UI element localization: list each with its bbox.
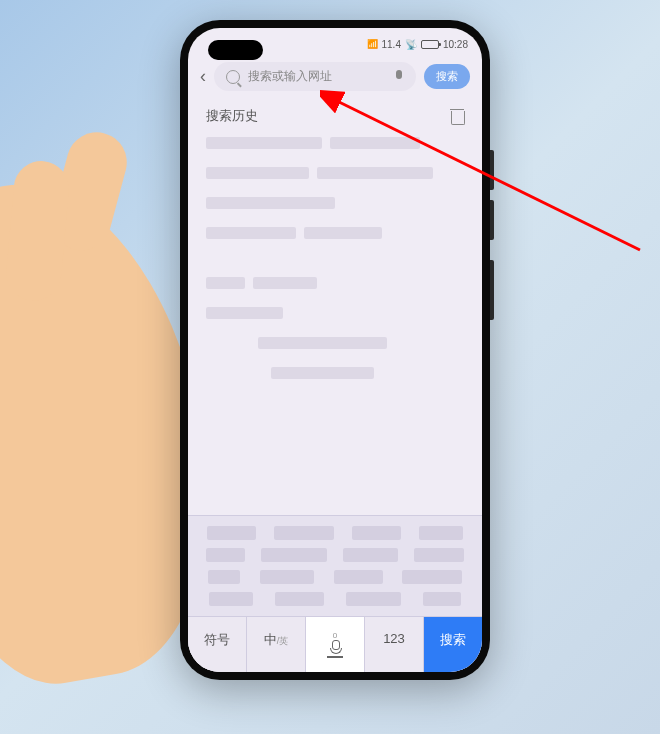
camera-cutout — [208, 40, 263, 60]
prediction-item[interactable] — [274, 526, 334, 540]
symbol-key[interactable]: 符号 — [188, 617, 247, 672]
history-item[interactable] — [206, 277, 245, 289]
voice-key[interactable]: 0 — [306, 617, 365, 672]
prediction-item[interactable] — [260, 570, 315, 584]
prediction-item[interactable] — [207, 526, 256, 540]
history-item[interactable] — [206, 307, 283, 319]
back-button[interactable]: ‹ — [200, 66, 206, 87]
wifi-icon: 📡 — [405, 39, 417, 50]
search-placeholder: 搜索或输入网址 — [248, 68, 386, 85]
history-item[interactable] — [258, 337, 387, 349]
volume-up-button — [490, 150, 494, 190]
keyboard-bottom-row: 符号 中/英 0 123 搜索 — [188, 616, 482, 672]
voice-input-icon[interactable] — [394, 70, 404, 84]
history-item[interactable] — [304, 227, 381, 239]
prediction-area — [188, 516, 482, 616]
prediction-item[interactable] — [275, 592, 324, 606]
history-item[interactable] — [206, 137, 322, 149]
prediction-item[interactable] — [209, 592, 253, 606]
delete-history-icon[interactable] — [450, 108, 464, 124]
history-item[interactable] — [206, 227, 296, 239]
phone-screen: 📶 11.4 📡 10:28 ‹ 搜索或输入网址 搜索 搜索历史 — [188, 28, 482, 672]
phone-frame: 📶 11.4 📡 10:28 ‹ 搜索或输入网址 搜索 搜索历史 — [180, 20, 490, 680]
history-title: 搜索历史 — [206, 107, 258, 125]
prediction-item[interactable] — [334, 570, 383, 584]
battery-icon — [421, 40, 439, 49]
volume-down-button — [490, 200, 494, 240]
language-key[interactable]: 中/英 — [247, 617, 306, 672]
prediction-item[interactable] — [208, 570, 241, 584]
prediction-item[interactable] — [352, 526, 401, 540]
number-key[interactable]: 123 — [365, 617, 424, 672]
prediction-item[interactable] — [402, 570, 462, 584]
prediction-item[interactable] — [423, 592, 461, 606]
prediction-item[interactable] — [419, 526, 463, 540]
history-item[interactable] — [253, 277, 318, 289]
search-icon — [226, 70, 240, 84]
history-header: 搜索历史 — [188, 97, 482, 131]
prediction-item[interactable] — [261, 548, 327, 562]
search-input[interactable]: 搜索或输入网址 — [214, 62, 416, 91]
prediction-item[interactable] — [414, 548, 463, 562]
history-item[interactable] — [206, 197, 335, 209]
search-bar: ‹ 搜索或输入网址 搜索 — [188, 56, 482, 97]
prediction-item[interactable] — [343, 548, 398, 562]
signal-icon: 📶 — [367, 39, 378, 49]
search-button[interactable]: 搜索 — [424, 64, 470, 89]
keyboard-search-key[interactable]: 搜索 — [424, 617, 482, 672]
history-item[interactable] — [271, 367, 374, 379]
power-button — [490, 260, 494, 320]
prediction-item[interactable] — [206, 548, 244, 562]
wifi-label: 11.4 — [382, 39, 401, 50]
history-list — [188, 131, 482, 403]
history-item[interactable] — [206, 167, 309, 179]
history-item[interactable] — [330, 137, 420, 149]
microphone-icon — [330, 640, 340, 654]
history-item[interactable] — [317, 167, 433, 179]
prediction-item[interactable] — [346, 592, 401, 606]
clock-time: 10:28 — [443, 39, 468, 50]
keyboard: 符号 中/英 0 123 搜索 — [188, 515, 482, 672]
